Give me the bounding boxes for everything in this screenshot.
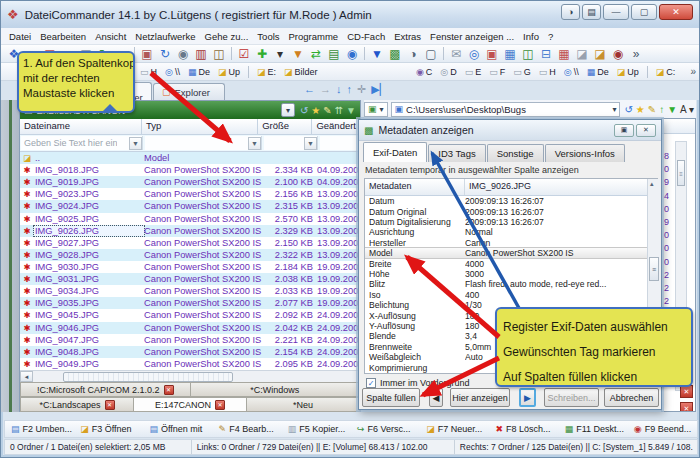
filter-input-dateiname[interactable]: Geben Sie Text hier ein ▼ (21, 136, 143, 150)
forward-arrow-icon[interactable]: → (320, 83, 331, 96)
fn-f2-umben[interactable]: ▤F2 Umben... (5, 424, 74, 434)
scrollbar-thumb[interactable]: ≡ (677, 160, 685, 186)
file-row[interactable]: ✱IMG_9045.JPGCanon PowerShot SX200 IS2.0… (20, 309, 360, 321)
last-icon[interactable]: ▶▏ (371, 83, 388, 96)
image-icon[interactable]: ▩ (386, 46, 404, 62)
prev-button[interactable]: ◀ (429, 388, 443, 407)
folder-tab-c-landscapes[interactable]: *C:Landscapes✕ (20, 397, 134, 412)
metadata-row[interactable]: Datum2009:09:13 16:26:07 (365, 196, 657, 206)
dialog-tab-versions-infos[interactable]: Versions-Infos (545, 144, 625, 162)
fn-f7-neuer[interactable]: ◪F7 Neuer... (420, 424, 489, 434)
window-layout-button[interactable]: ▤ (582, 4, 601, 20)
archive-icon[interactable]: ◫ (210, 46, 228, 62)
file-row[interactable]: ✱IMG_9035.JPGCanon PowerShot SX200 IS2.0… (20, 297, 360, 309)
address-dropdown-button[interactable]: ▾ (281, 103, 295, 117)
file-row[interactable]: ✱IMG_9027.JPGCanon PowerShot SX200 IS2.1… (20, 237, 360, 249)
split-vertical-icon[interactable]: ⊟ (537, 46, 555, 62)
window-theme-button[interactable]: ◑ (561, 4, 580, 20)
next-button[interactable]: ▶ (519, 388, 536, 407)
network-icon[interactable]: ◎ (465, 46, 483, 62)
maximize-button[interactable]: ▢ (631, 4, 657, 20)
filter-input-geaendert[interactable] (320, 136, 359, 150)
metadata-row[interactable]: Datum Digitalisierung2009:09:13 16:26:07 (365, 217, 657, 227)
metadata-row[interactable]: Datum Original2009:09:13 16:26:07 (365, 206, 657, 216)
fn-f3-ffnen[interactable]: ◪F3 Öffnen (74, 424, 143, 434)
network2-button[interactable]: ◎\\ (561, 66, 582, 78)
menu-tools[interactable]: Tools (257, 31, 279, 42)
dialog-pin-button[interactable]: ▣ (614, 124, 634, 137)
fn-f5-kopier[interactable]: ▥F5 Kopier... (282, 424, 351, 434)
dialog-close-button[interactable]: ✕ (636, 124, 656, 137)
drive-h2-button[interactable]: ▭H (536, 66, 559, 78)
back-arrow-icon[interactable]: ← (304, 83, 315, 96)
favorites-icon[interactable]: ★ (311, 105, 320, 116)
file-row[interactable]: ✱IMG_9028.JPGCanon PowerShot SX200 IS2.3… (20, 249, 360, 261)
checklist-icon[interactable]: ▤ (325, 46, 343, 62)
menu-gehe-zu[interactable]: Gehe zu... (205, 31, 249, 42)
file-row[interactable]: ✱IMG_9025.JPGCanon PowerShot SX200 IS2.5… (20, 213, 360, 225)
network-button[interactable]: ◎\\ (162, 66, 183, 78)
info-icon[interactable]: ◉ (343, 46, 361, 62)
reload-icon[interactable]: ↻ (156, 46, 174, 62)
file-row[interactable]: ✱IMG_9031.JPGCanon PowerShot SX200 IS2.0… (20, 273, 360, 285)
filter-input-groesse[interactable]: ▼ (264, 136, 318, 150)
favorites-icon[interactable]: ★ (636, 104, 645, 115)
filename-col-header[interactable]: IMG_9026.JPG (465, 179, 657, 195)
dialog-tab-exif-daten[interactable]: Exif-Daten (363, 142, 427, 162)
table-icon[interactable]: ▦ (501, 46, 519, 62)
scroll-left-icon[interactable]: ◂ (20, 371, 33, 382)
tab-close-icon[interactable]: ✕ (215, 400, 225, 410)
fn-f8-l-sch[interactable]: ✖F8 Lösch... (489, 424, 558, 434)
drive-h-button[interactable]: ▭H (137, 66, 160, 78)
menu-bearbeiten[interactable]: Bearbeiten (40, 31, 86, 42)
folder-tools-icon[interactable]: ◪ (591, 46, 609, 62)
tab-close-icon[interactable]: ✕ (105, 400, 115, 410)
file-row[interactable]: ✱IMG_9048.JPGCanon PowerShot SX200 IS2.1… (20, 346, 360, 358)
view-file-icon[interactable]: ◉ (174, 46, 192, 62)
file-row[interactable]: ✱IMG_9046.JPGCanon PowerShot SX200 IS2.0… (20, 322, 360, 334)
swap-panels-icon[interactable]: ✛ (357, 83, 366, 96)
file-row[interactable]: ✱IMG_9034.JPGCanon PowerShot SX200 IS2.0… (20, 285, 360, 297)
drive-g-button[interactable]: ▭G (510, 66, 534, 78)
sync-icon[interactable]: ⇄ (307, 46, 325, 62)
filter-funnel-icon[interactable]: ▼ (667, 104, 677, 115)
checkbox-icon[interactable]: ✓ (366, 378, 376, 388)
menu-netzlaufwerke[interactable]: Netzlaufwerke (135, 31, 195, 42)
up-arrow-icon[interactable]: ↑ (347, 83, 353, 96)
menu-item[interactable]: ? (548, 31, 553, 42)
file-row[interactable]: ✱IMG_9049.JPGCanon PowerShot SX200 IS2.0… (20, 358, 360, 370)
minimize-button[interactable]: — (603, 4, 629, 20)
dialog-title-bar[interactable]: ▩ Metadaten anzeigen ▣✕ (359, 120, 661, 141)
up2-button[interactable]: ◪Up (614, 66, 642, 78)
fn-ffnen-mit[interactable]: ▤Öffnen mit (143, 424, 212, 434)
desktop2-button[interactable]: ▦De (584, 66, 612, 78)
column-header-geaendert[interactable]: Geändert (312, 119, 360, 134)
filter-input-typ[interactable]: ▼ (145, 136, 262, 150)
drive-c-button[interactable]: ◉C (413, 66, 435, 78)
filter-funnel-icon[interactable]: ▼ (304, 137, 317, 150)
up-arrows-icon[interactable]: ⇈ (335, 105, 343, 116)
right-drive-select[interactable]: ▣ ▾ (364, 102, 388, 117)
file-row[interactable]: ✱IMG_9019.JPGCanon PowerShot SX200 IS2.1… (20, 176, 360, 188)
mail-icon[interactable]: ✉ (447, 46, 465, 62)
horizontal-scrollbar[interactable]: ◂ (20, 370, 360, 382)
metadata-row[interactable]: HerstellerCanon (365, 238, 657, 248)
drive-f-button[interactable]: ▭F (486, 66, 508, 78)
fill-column-button[interactable]: Spalte füllen (362, 388, 420, 407)
column-header-groesse[interactable]: Größe (258, 119, 312, 134)
menu-datei[interactable]: Datei (9, 31, 31, 42)
folder-c-button[interactable]: ◪C: (653, 66, 679, 78)
file-row[interactable]: ✱IMG_9018.JPGCanon PowerShot SX200 IS2.3… (20, 164, 360, 176)
overflow-icon[interactable]: » (627, 46, 645, 62)
folder-open-icon[interactable]: ◪ (573, 46, 591, 62)
write-button[interactable]: Schreiben... (544, 388, 599, 407)
drive-e2-button[interactable]: ▭E (462, 66, 485, 78)
file-row[interactable]: ✱IMG_9030.JPGCanon PowerShot SX200 IS2.1… (20, 261, 360, 273)
file-row[interactable]: ◪..Model (20, 152, 360, 164)
metadata-row[interactable]: ModelCanon PowerShot SX200 IS (365, 248, 657, 258)
column-header-typ[interactable]: Typ (142, 119, 258, 134)
column-header-dateiname[interactable]: Dateiname (20, 119, 142, 134)
drivebar-overflow-icon[interactable]: » (690, 66, 696, 77)
fn-f9-beend[interactable]: ◉F9 Beend... (628, 424, 697, 434)
metadata-col-header[interactable]: Metadaten (365, 179, 465, 195)
